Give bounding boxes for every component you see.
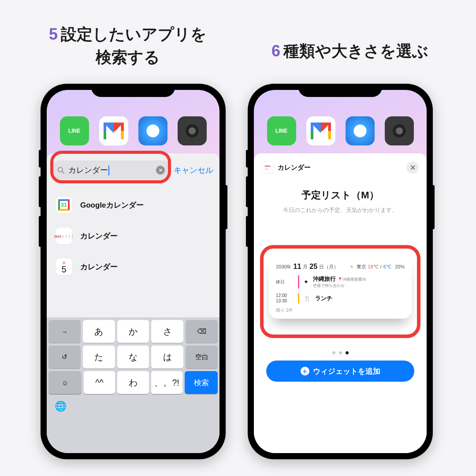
cancel-button[interactable]: キャンセル (174, 165, 213, 175)
key[interactable]: か (117, 320, 149, 343)
close-button[interactable]: ✕ (406, 161, 419, 174)
step-5-text: 設定したいアプリを 検索する (61, 25, 207, 66)
key[interactable]: さ (151, 320, 183, 343)
phone-mockup-left: LINE カレンダー ✕ キャンセル Googleカレンダー2024カレンダー水… (41, 84, 226, 459)
search-result-item[interactable]: 2024カレンダー (53, 220, 213, 251)
app-camera-icon[interactable] (178, 116, 207, 145)
sheet-title: カレンダー (278, 164, 402, 172)
highlight-ring (260, 245, 420, 338)
app-safari-icon[interactable] (346, 116, 375, 145)
result-label: カレンダー (80, 262, 118, 272)
key[interactable]: 、。?! (151, 371, 182, 394)
app-safari-icon[interactable] (138, 116, 167, 145)
widget-description: 今日のこれからの予定、天気がわかります。 (262, 206, 419, 214)
step-5-caption: 5設定したいアプリを 検索する (35, 23, 220, 69)
key[interactable]: は (151, 346, 183, 368)
add-widget-label: ウィジェットを追加 (313, 366, 380, 376)
app-gmail-icon[interactable] (99, 116, 128, 145)
key[interactable]: → (48, 320, 81, 343)
step-6-text: 種類や大きさを選ぶ (283, 42, 428, 60)
key-emoji[interactable]: ☺ (48, 371, 82, 394)
app-camera-icon[interactable] (385, 116, 414, 145)
add-widget-button[interactable]: ＋ ウィジェットを追加 (266, 361, 414, 382)
result-label: カレンダー (80, 231, 118, 241)
app-line-icon[interactable]: LINE (267, 116, 296, 145)
key[interactable]: 空白 (186, 346, 218, 368)
phone-mockup-right: LINE 2024:::: カレンダー ✕ 予定リスト（M） 今日のこれからの予… (248, 84, 433, 459)
page-dot[interactable] (332, 351, 335, 354)
key[interactable]: た (83, 346, 115, 368)
app-gmail-icon[interactable] (306, 116, 335, 145)
notch (298, 84, 382, 97)
step-6-caption: 6種類や大きさを選ぶ (249, 40, 451, 63)
page-dots (262, 351, 419, 354)
app-line-icon[interactable]: LINE (60, 116, 89, 145)
result-app-icon (56, 197, 72, 213)
notch (91, 84, 175, 97)
search-results: Googleカレンダー2024カレンダー水5カレンダー (53, 190, 213, 282)
home-apps-row: LINE (47, 116, 219, 145)
app-calendar-icon: 2024:::: (262, 162, 273, 173)
key[interactable]: あ (83, 320, 115, 343)
result-app-icon: 水5 (56, 258, 72, 275)
widget-picker-sheet: 2024:::: カレンダー ✕ 予定リスト（M） 今日のこれからの予定、天気が… (254, 153, 427, 453)
search-result-item[interactable]: Googleカレンダー (53, 190, 213, 220)
page-dot[interactable] (346, 351, 349, 354)
step-number: 5 (49, 25, 58, 43)
key[interactable]: ^^ (84, 371, 115, 394)
key[interactable]: ⌫ (186, 320, 218, 343)
page-dot[interactable] (339, 351, 342, 354)
result-app-icon: 2024 (56, 227, 72, 244)
step-number: 6 (271, 42, 280, 60)
plus-icon: ＋ (301, 367, 309, 376)
search-result-item[interactable]: 水5カレンダー (53, 251, 213, 282)
widget-title: 予定リスト（M） (262, 189, 419, 202)
globe-icon[interactable]: 🌐 (55, 401, 67, 412)
key[interactable]: ↺ (48, 346, 81, 368)
result-label: Googleカレンダー (80, 200, 144, 210)
highlight-ring (50, 151, 171, 183)
software-keyboard[interactable]: →あかさ⌫ ↺たなは空白 ABC まやら 検索 ☺ ^^わ、。?! 🌐 (47, 317, 219, 453)
home-apps-row: LINE (254, 116, 427, 145)
key[interactable]: わ (117, 371, 149, 394)
key[interactable]: な (117, 346, 149, 368)
